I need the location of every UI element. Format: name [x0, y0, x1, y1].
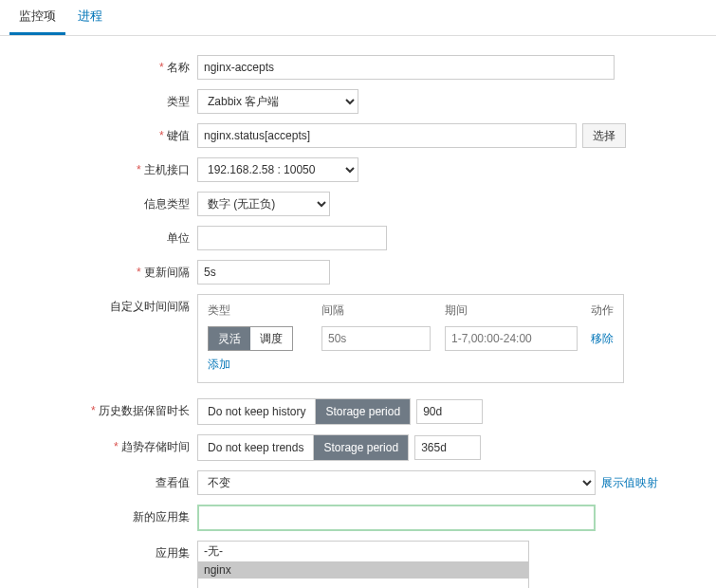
trend-value-input[interactable]: [414, 435, 481, 460]
interval-header-type: 类型: [208, 303, 321, 319]
history-opt-period[interactable]: Storage period: [316, 399, 410, 424]
interval-remove-link[interactable]: 移除: [591, 332, 614, 345]
key-input[interactable]: [197, 123, 577, 148]
app-item-nginx[interactable]: nginx: [198, 561, 528, 579]
interval-header-action: 动作: [587, 303, 614, 319]
host-select[interactable]: 192.168.2.58 : 10050: [197, 157, 358, 182]
app-listbox[interactable]: -无- nginx: [197, 541, 529, 588]
interval-add-link[interactable]: 添加: [208, 358, 230, 371]
interval-seg-flex[interactable]: 灵活: [209, 327, 250, 350]
unit-label: 单位: [47, 226, 197, 247]
view-label: 查看值: [47, 470, 197, 491]
info-label: 信息类型: [47, 192, 197, 212]
interval-seg-sched[interactable]: 调度: [250, 327, 292, 350]
name-input[interactable]: [197, 55, 615, 80]
host-label: 主机接口: [47, 157, 197, 178]
view-mapping-link[interactable]: 展示值映射: [601, 475, 658, 491]
interval-type-segment: 灵活 调度: [208, 326, 293, 351]
key-select-button[interactable]: 选择: [582, 123, 626, 148]
history-label: 历史数据保留时长: [47, 398, 197, 419]
trend-segment: Do not keep trends Storage period: [197, 434, 409, 461]
name-label: 名称: [47, 55, 197, 76]
history-value-input[interactable]: [416, 399, 483, 424]
interval-value-input[interactable]: [321, 326, 431, 351]
trend-opt-period[interactable]: Storage period: [314, 435, 408, 460]
tabs-bar: 监控项 进程: [0, 0, 716, 36]
tab-process[interactable]: 进程: [68, 0, 112, 32]
interval-box: 类型 间隔 期间 动作 灵活 调度: [197, 294, 624, 383]
newapp-input[interactable]: [197, 505, 596, 531]
interval-header-period: 期间: [445, 303, 587, 319]
newapp-label: 新的应用集: [47, 505, 197, 525]
app-item-none[interactable]: -无-: [198, 542, 528, 561]
unit-input[interactable]: [197, 226, 387, 250]
update-input[interactable]: [197, 260, 330, 285]
custom-label: 自定义时间间隔: [47, 294, 197, 315]
interval-period-input[interactable]: [445, 326, 578, 351]
update-label: 更新间隔: [47, 260, 197, 281]
history-segment: Do not keep history Storage period: [197, 398, 411, 425]
trend-label: 趋势存储时间: [47, 434, 197, 455]
type-select[interactable]: Zabbix 客户端: [197, 89, 358, 114]
form-container: 名称 类型 Zabbix 客户端 键值 选择 主机接口 192.168.2.58…: [0, 55, 716, 588]
key-label: 键值: [47, 123, 197, 144]
view-select[interactable]: 不变: [197, 470, 596, 495]
info-select[interactable]: 数字 (无正负): [197, 192, 330, 216]
tab-monitor[interactable]: 监控项: [9, 0, 65, 35]
history-opt-nokeep[interactable]: Do not keep history: [198, 399, 316, 424]
interval-header-interval: 间隔: [321, 303, 445, 319]
trend-opt-nokeep[interactable]: Do not keep trends: [198, 435, 314, 460]
app-label: 应用集: [47, 541, 197, 561]
type-label: 类型: [47, 89, 197, 110]
